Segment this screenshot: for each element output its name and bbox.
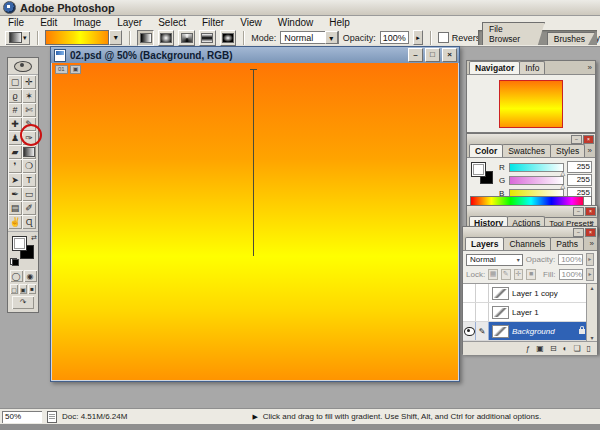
link-toggle[interactable]	[476, 284, 489, 302]
hand-tool[interactable]: ✌	[8, 215, 22, 229]
lock-transparency-icon[interactable]: ▦	[488, 269, 498, 280]
brush-tool[interactable]: ✎	[22, 117, 36, 131]
tab-channels[interactable]: Channels	[503, 237, 551, 250]
jump-to-imageready-button[interactable]: ↷	[12, 296, 34, 309]
move-tool[interactable]: ✛	[22, 75, 36, 89]
menu-item-edit[interactable]: Edit	[32, 17, 65, 28]
lock-all-icon[interactable]: ■	[526, 269, 536, 280]
notes-tool[interactable]: ▤	[8, 201, 22, 215]
minimize-button[interactable]: –	[408, 48, 423, 62]
standard-screen-button[interactable]: ▢	[10, 284, 18, 294]
layer-fill-field[interactable]: 100%	[559, 269, 583, 280]
layer-name[interactable]: Layer 1 copy	[512, 289, 558, 298]
menu-item-window[interactable]: Window	[270, 17, 322, 28]
close-button[interactable]: ×	[442, 48, 457, 62]
reflected-gradient-button[interactable]	[199, 30, 216, 46]
document-title-bar[interactable]: 02.psd @ 50% (Background, RGB) – □ ×	[51, 47, 459, 63]
path-selection-tool[interactable]: ➤	[8, 173, 22, 187]
eyedropper-tool[interactable]: ✐	[22, 201, 36, 215]
fullscreen-menubar-button[interactable]: ▣	[19, 284, 27, 294]
menu-item-view[interactable]: View	[232, 17, 270, 28]
menu-item-help[interactable]: Help	[321, 17, 358, 28]
brushes-tab[interactable]: Brushes	[547, 32, 595, 45]
layer-name[interactable]: Layer 1	[512, 308, 539, 317]
menu-item-select[interactable]: Select	[150, 17, 194, 28]
minimize-button[interactable]: –	[571, 135, 582, 144]
crop-tool[interactable]: #	[8, 103, 22, 117]
new-layer-button[interactable]: ❏	[573, 344, 580, 353]
menu-item-layer[interactable]: Layer	[109, 17, 150, 28]
layer-thumbnail[interactable]	[492, 325, 509, 338]
gradient-picker-arrow[interactable]: ▾	[109, 30, 122, 45]
lock-position-icon[interactable]: ✛	[514, 269, 524, 280]
document-size-text[interactable]: Doc: 4.51M/6.24M	[62, 412, 127, 421]
type-tool[interactable]: T	[22, 173, 36, 187]
layer-opacity-field[interactable]: 100%	[558, 254, 582, 265]
lock-pixels-icon[interactable]: ✎	[501, 269, 511, 280]
scroll-up-icon[interactable]: ▴	[590, 284, 593, 291]
tab-styles[interactable]: Styles	[550, 144, 585, 157]
healing-brush-tool[interactable]: ✚	[8, 117, 22, 131]
lasso-tool[interactable]: ϱ	[8, 89, 22, 103]
rectangular-marquee-tool[interactable]: ▢	[8, 75, 22, 89]
gradient-preview[interactable]	[45, 30, 109, 45]
layer-row-background[interactable]: ✎ Background	[463, 322, 597, 341]
layer-style-button[interactable]: ƒ	[526, 344, 530, 353]
shape-tool[interactable]: ▭	[22, 187, 36, 201]
close-button[interactable]: ×	[585, 207, 596, 216]
slice-tool[interactable]: ✄	[22, 103, 36, 117]
linear-gradient-button[interactable]	[137, 30, 154, 46]
blur-tool[interactable]: ❜	[8, 159, 22, 173]
mode-select[interactable]: Normal ▾	[280, 31, 338, 44]
palette-menu-icon[interactable]: »	[588, 63, 592, 72]
opacity-spinner[interactable]: ▸	[586, 253, 594, 266]
radial-gradient-button[interactable]	[158, 30, 175, 46]
status-zoom-field[interactable]: 50%	[2, 411, 42, 423]
red-value-field[interactable]: 255	[567, 161, 592, 173]
green-slider[interactable]: △	[509, 176, 564, 185]
palette-menu-icon[interactable]: »	[588, 146, 592, 155]
opacity-field[interactable]: 100%	[380, 31, 409, 44]
angle-gradient-button[interactable]	[178, 30, 195, 46]
green-value-field[interactable]: 255	[567, 174, 592, 186]
foreground-color-swatch[interactable]	[12, 236, 27, 251]
layer-mask-button[interactable]: ▣	[536, 344, 544, 353]
default-colors-icon[interactable]	[10, 258, 19, 266]
red-slider[interactable]: △	[509, 163, 564, 172]
visibility-toggle[interactable]	[463, 322, 476, 340]
gradient-tool[interactable]	[22, 145, 36, 159]
clone-stamp-tool[interactable]: ♟	[8, 131, 22, 145]
quick-mask-mode-button[interactable]: ◉	[24, 270, 37, 282]
tab-navigator[interactable]: Navigator	[469, 61, 520, 74]
swap-colors-icon[interactable]: ⇄	[31, 234, 37, 242]
menu-item-file[interactable]: File	[0, 17, 32, 28]
close-button[interactable]: ×	[585, 228, 596, 237]
magic-wand-tool[interactable]: ✶	[22, 89, 36, 103]
layer-row-layer1[interactable]: Layer 1	[463, 303, 597, 322]
tab-color[interactable]: Color	[469, 144, 503, 157]
menu-item-filter[interactable]: Filter	[194, 17, 232, 28]
layer-thumbnail[interactable]	[492, 306, 509, 319]
visibility-toggle[interactable]	[463, 284, 476, 302]
maximize-button[interactable]: □	[425, 48, 440, 62]
layer-row-layer1-copy[interactable]: Layer 1 copy	[463, 284, 597, 303]
fill-spinner[interactable]: ▸	[586, 268, 594, 281]
delete-layer-button[interactable]: ▯	[587, 344, 591, 353]
visibility-toggle[interactable]	[463, 303, 476, 321]
tab-swatches[interactable]: Swatches	[502, 144, 551, 157]
navigator-proxy-view[interactable]	[499, 80, 563, 128]
new-set-button[interactable]: ⊟	[550, 344, 557, 353]
pen-tool[interactable]: ✒	[8, 187, 22, 201]
palette-menu-icon[interactable]: »	[590, 239, 594, 248]
foreground-color-swatch[interactable]	[471, 162, 486, 177]
close-button[interactable]: ×	[583, 135, 594, 144]
scroll-down-icon[interactable]: ▾	[590, 334, 593, 341]
reverse-checkbox[interactable]	[438, 32, 449, 43]
layer-name[interactable]: Background	[512, 327, 555, 336]
blend-mode-select[interactable]: Normal ▾	[466, 254, 523, 266]
zoom-tool[interactable]: Ɋ	[22, 215, 36, 229]
link-toggle[interactable]	[476, 303, 489, 321]
history-brush-tool[interactable]: ✑	[22, 131, 36, 145]
standard-mode-button[interactable]: ◯	[10, 270, 23, 282]
eraser-tool[interactable]: ▰	[8, 145, 22, 159]
